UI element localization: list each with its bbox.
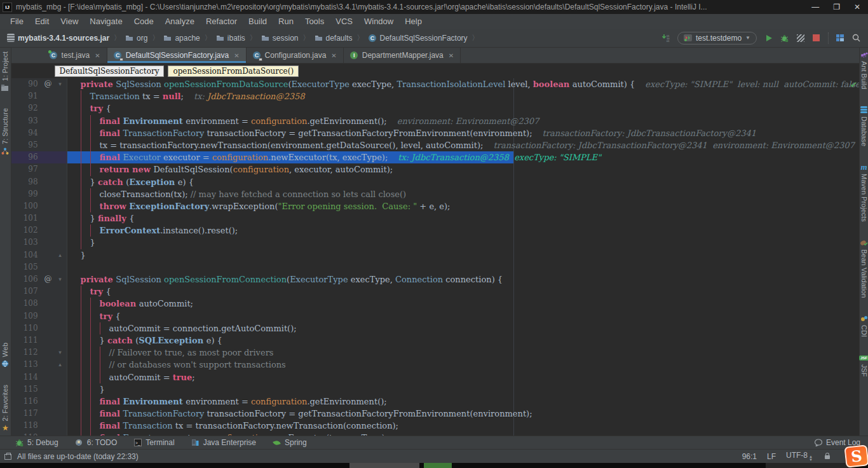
fold-marker-icon[interactable] [56,322,65,334]
debug-button[interactable] [780,34,789,42]
tool-window-button-web[interactable]: Web [1,343,10,368]
gutter[interactable]: 119 [11,432,67,436]
code-editor[interactable]: ✔ 90@▾private SqlSession openSessionFrom… [11,78,859,436]
menu-tools[interactable]: Tools [300,15,329,27]
fold-marker-icon[interactable] [56,115,65,127]
breadcrumb-item[interactable]: ibatis [215,32,247,44]
tool-window-button-maven-projects[interactable]: mMaven Projects [860,163,868,222]
menu-view[interactable]: View [55,15,83,27]
fold-marker-icon[interactable] [56,408,65,420]
tool-window-button-2-favorites[interactable]: 2: Favorites★ [1,385,10,432]
gutter[interactable]: 103 [11,237,67,249]
fold-marker-icon[interactable] [56,200,65,212]
gutter[interactable]: 92 [11,102,67,114]
fold-marker-icon[interactable] [56,102,65,114]
menu-file[interactable]: File [5,15,29,27]
gutter[interactable]: 99 [11,188,67,200]
gutter[interactable]: 104▴ [11,249,67,261]
tab-close-icon[interactable]: ✕ [331,52,336,59]
gutter[interactable]: 94 [11,127,67,139]
fold-marker-icon[interactable] [56,237,65,249]
breadcrumb-item[interactable]: apache [162,32,201,44]
tab-close-icon[interactable]: ✕ [95,52,100,59]
fold-marker-icon[interactable] [56,139,65,151]
fold-marker-icon[interactable]: ▴ [56,359,65,371]
menu-vcs[interactable]: VCS [330,15,358,27]
tool-window-button-spring[interactable]: Spring [273,438,307,447]
gutter[interactable]: 110 [11,322,67,334]
fold-marker-icon[interactable] [56,383,65,396]
toolbox-icon[interactable] [4,452,12,460]
caret-position[interactable]: 96:1 [742,452,757,461]
gutter[interactable]: 100 [11,200,67,212]
tool-window-button-5-debug[interactable]: 5: Debug [15,438,58,447]
gutter[interactable]: 111 [11,334,67,347]
tool-window-button-ant-build[interactable]: Ant Build [860,50,868,89]
editor-tab[interactable]: Ctest.java✕ [43,48,107,63]
tool-window-button-java-enterprise[interactable]: Java Enterprise [191,438,256,447]
menu-refactor[interactable]: Refactor [201,15,242,27]
gutter[interactable]: 98 [11,176,67,188]
gutter[interactable]: 90@▾ [11,78,67,90]
gutter[interactable]: 105 [11,261,67,273]
fold-marker-icon[interactable] [56,90,65,102]
gutter[interactable]: 91 [11,90,67,102]
editor-tab[interactable]: CConfiguration.java✕ [247,48,344,63]
gutter[interactable]: 113▴ [11,359,67,371]
tool-window-button-bean-validation[interactable]: Bean Validation [860,238,868,298]
search-everywhere-button[interactable] [852,34,860,42]
tool-window-button-jsf[interactable]: JSFJSF [860,354,868,377]
update-running-app-icon[interactable]: 011001 [661,34,670,42]
fold-marker-icon[interactable] [56,298,65,310]
gutter[interactable]: 117 [11,408,67,420]
gutter[interactable]: 115 [11,383,67,396]
gutter[interactable]: 93 [11,115,67,127]
menu-build[interactable]: Build [243,15,272,27]
tab-close-icon[interactable]: ✕ [449,52,454,59]
gutter[interactable]: 95 [11,139,67,151]
fold-marker-icon[interactable]: ▾ [56,347,65,359]
gutter[interactable]: 118 [11,420,67,432]
fold-marker-icon[interactable] [56,188,65,200]
menu-help[interactable]: Help [400,15,427,27]
file-encoding[interactable]: UTF-8▲▼ [786,451,813,462]
close-button[interactable]: ✕ [854,3,860,11]
tool-window-button-database[interactable]: Database [860,106,868,146]
fold-marker-icon[interactable] [56,151,65,163]
minimize-button[interactable]: — [811,3,819,11]
breadcrumb-item[interactable]: mybatis-3.4.1-sources.jar [5,32,111,44]
fold-marker-icon[interactable]: ▴ [56,249,65,261]
gutter[interactable]: 101 [11,212,67,224]
fold-marker-icon[interactable] [56,127,65,139]
run-configuration-select[interactable]: test.testdemo ▼ [677,32,757,45]
menu-window[interactable]: Window [359,15,398,27]
fold-marker-icon[interactable] [56,420,65,432]
restore-button[interactable]: ❐ [833,3,840,11]
menu-run[interactable]: Run [273,15,299,27]
fold-marker-icon[interactable] [56,176,65,188]
fold-marker-icon[interactable] [56,396,65,408]
gutter[interactable]: 97 [11,163,67,176]
gutter[interactable]: 96 [11,151,67,163]
fold-marker-icon[interactable] [56,261,65,273]
editor-tab[interactable]: CDefaultSqlSessionFactory.java✕ [107,48,247,63]
fold-marker-icon[interactable]: ▾ [56,78,65,90]
readonly-lock-icon[interactable] [823,452,831,460]
gutter[interactable]: 107 [11,286,67,298]
menu-navigate[interactable]: Navigate [85,15,127,27]
coverage-button[interactable] [796,34,804,42]
breadcrumb-item[interactable]: org [124,32,149,44]
gutter[interactable]: 108 [11,298,67,310]
stop-button[interactable] [812,34,820,42]
tab-close-icon[interactable]: ✕ [234,52,239,59]
menu-edit[interactable]: Edit [30,15,54,27]
fold-marker-icon[interactable]: ▾ [56,273,65,286]
fold-marker-icon[interactable] [56,163,65,176]
gutter[interactable]: 116 [11,396,67,408]
breadcrumb-item[interactable]: defaults [313,32,354,44]
gutter[interactable]: 102 [11,224,67,237]
restore-layout-button[interactable] [836,34,844,42]
breadcrumb-item[interactable]: CDefaultSqlSessionFactory [367,32,469,44]
menu-code[interactable]: Code [129,15,159,27]
tool-window-button-terminal[interactable]: >_Terminal [133,438,174,447]
